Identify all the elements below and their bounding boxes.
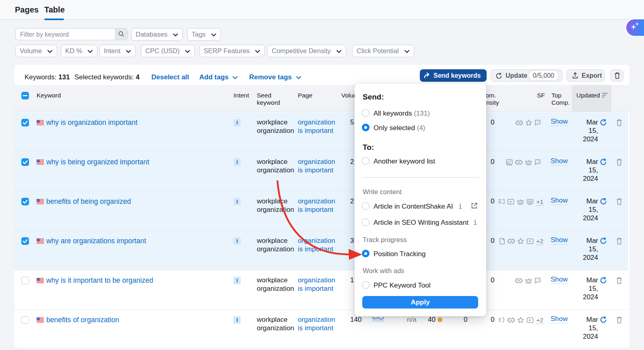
svg-text:AD: AD <box>528 200 533 203</box>
svg-text:?: ? <box>537 278 539 282</box>
svg-text:?: ? <box>537 160 539 164</box>
svg-text:?: ? <box>537 120 539 124</box>
